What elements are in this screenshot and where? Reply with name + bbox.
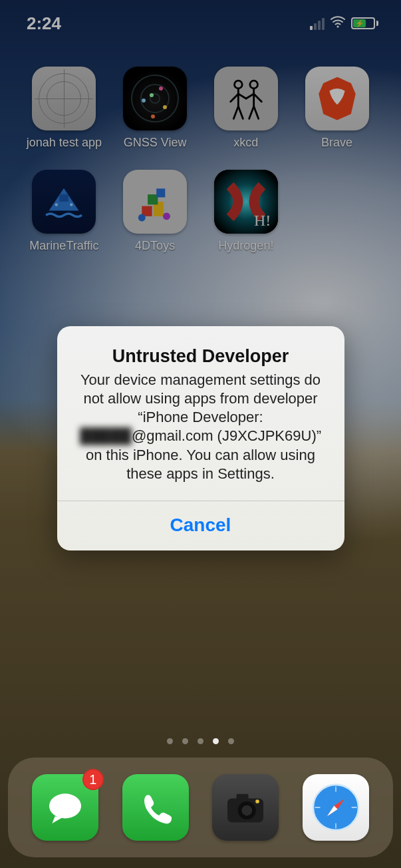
alert-message: Your device management settings do not a… <box>74 371 327 483</box>
page-indicator[interactable] <box>0 738 401 744</box>
dock-app-messages[interactable]: 1 <box>32 774 98 841</box>
alert-dialog: Untrusted Developer Your device manageme… <box>57 326 344 550</box>
dock-app-camera[interactable] <box>212 774 279 841</box>
svg-point-29 <box>256 799 260 803</box>
svg-point-24 <box>49 793 81 818</box>
svg-point-28 <box>242 805 253 816</box>
dock: 1 <box>8 758 393 857</box>
alert-title: Untrusted Developer <box>74 346 327 367</box>
notification-badge: 1 <box>82 769 104 790</box>
dock-app-safari[interactable] <box>303 774 369 841</box>
phone-icon <box>122 774 189 841</box>
alert-body-line1: Your device management settings do not a… <box>80 371 321 425</box>
alert-email-redacted: █████ <box>80 427 132 444</box>
alert-body-line2: on this iPhone. You can allow using thes… <box>86 447 315 482</box>
alert-email-visible: @gmail.com (J9XCJPK69U)” <box>132 427 321 444</box>
cancel-button[interactable]: Cancel <box>57 501 344 550</box>
camera-icon <box>212 774 279 841</box>
svg-rect-26 <box>237 794 249 800</box>
safari-icon <box>303 774 369 841</box>
dock-app-phone[interactable] <box>122 774 189 841</box>
alert-content: Untrusted Developer Your device manageme… <box>57 326 344 501</box>
